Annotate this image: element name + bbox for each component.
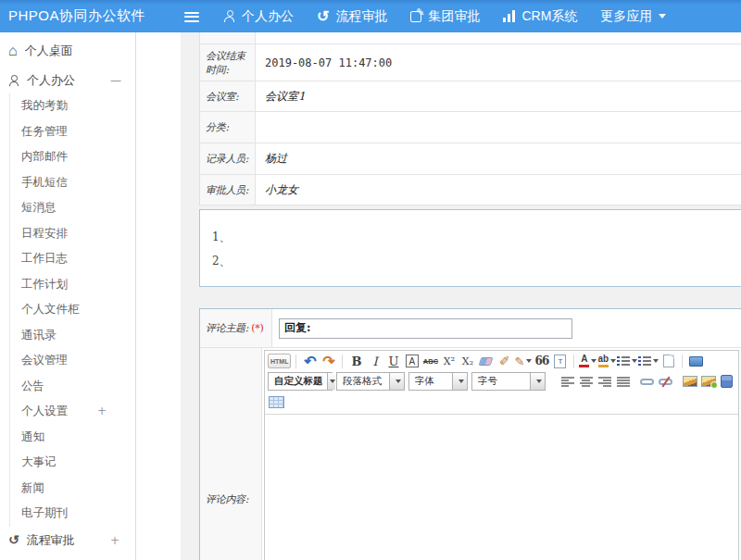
- sidebar-item-news[interactable]: 新闻: [0, 476, 135, 502]
- sidebar-item-personal-files[interactable]: 个人文件柜: [0, 297, 135, 323]
- align-left-icon: [561, 377, 574, 387]
- unordered-list-button[interactable]: [638, 352, 659, 370]
- bold-button[interactable]: B: [347, 352, 365, 370]
- expand-toggle[interactable]: +: [97, 399, 107, 425]
- eraser-icon[interactable]: [477, 352, 495, 370]
- unordered-list-icon: [638, 355, 651, 367]
- sidebar-item-contacts[interactable]: 通讯录: [0, 323, 135, 349]
- row-label: 会议结束时间:: [200, 44, 256, 81]
- sidebar-item-announcement[interactable]: 公告: [0, 374, 135, 400]
- comment-form: 评论主题: (*) 评论内容: HTML ↶ ↷: [199, 308, 741, 560]
- main-content: 会议结束时间: 2019-08-07 11:47:00 会议室: 会议室1 分类…: [137, 32, 741, 560]
- align-left-button[interactable]: [559, 372, 576, 391]
- collapse-toggle[interactable]: —: [110, 74, 121, 87]
- content-line: 2、: [212, 249, 741, 273]
- chevron-down-icon: [536, 380, 542, 383]
- sidebar-item-notice[interactable]: 通知: [0, 425, 135, 451]
- fullscreen-icon[interactable]: [687, 352, 705, 370]
- new-document-icon[interactable]: [659, 352, 677, 370]
- app-logo: PHPOA协同办公软件: [0, 7, 145, 25]
- sidebar-item-memorabilia[interactable]: 大事记: [0, 450, 135, 476]
- nav-label: CRM系统: [521, 8, 577, 25]
- superscript-button[interactable]: X²: [440, 352, 458, 370]
- paste-from-word-icon[interactable]: T: [551, 352, 569, 370]
- insert-table-button[interactable]: [268, 392, 285, 411]
- edit-icon: [410, 11, 421, 22]
- nav-personal-office[interactable]: 个人办公: [223, 8, 294, 25]
- sidebar-item-internal-mail[interactable]: 内部邮件: [0, 144, 135, 170]
- align-right-icon: [598, 377, 611, 387]
- upload-image-button[interactable]: [699, 372, 717, 391]
- justify-button[interactable]: [614, 372, 632, 391]
- required-mark: (*): [251, 322, 263, 334]
- format-painter-icon[interactable]: ✎: [514, 352, 532, 370]
- unlink-icon: [659, 379, 672, 385]
- sidebar-item-task-management[interactable]: 任务管理: [0, 119, 135, 145]
- nav-label: 流程审批: [335, 8, 387, 25]
- comment-subject-label-cell: 评论主题: (*): [200, 309, 272, 347]
- row-value: 2019-08-07 11:47:00: [256, 44, 741, 81]
- nav-more-apps[interactable]: 更多应用: [600, 8, 666, 25]
- font-size-select[interactable]: 字号: [471, 372, 546, 391]
- insert-image-button[interactable]: [681, 372, 698, 391]
- font-family-select[interactable]: 字体: [408, 372, 468, 391]
- blockquote-button[interactable]: 66: [533, 352, 550, 370]
- brush-icon[interactable]: ✐: [496, 352, 513, 370]
- sidebar-item-workflow-approval[interactable]: 流程审批 +: [0, 527, 135, 554]
- align-center-icon: [580, 377, 593, 387]
- meeting-info-table: 会议结束时间: 2019-08-07 11:47:00 会议室: 会议室1 分类…: [199, 32, 741, 205]
- toolbar-separator: [573, 355, 574, 368]
- nav-workflow-approval[interactable]: 流程审批: [317, 8, 387, 25]
- row-value: 会议室1: [256, 81, 741, 111]
- editor-content-area[interactable]: [265, 415, 738, 560]
- chevron-down-icon: [653, 359, 659, 363]
- remove-link-button[interactable]: [657, 372, 674, 391]
- sidebar-item-schedule[interactable]: 日程安排: [0, 221, 135, 247]
- sidebar-item-e-journal[interactable]: 电子期刊: [0, 501, 135, 527]
- expand-toggle[interactable]: +: [110, 534, 119, 547]
- highlight-color-button[interactable]: ab: [597, 352, 616, 370]
- image-icon: [683, 376, 697, 387]
- app-header: PHPOA协同办公软件 个人办公 流程审批 集团审批 CRM系统 更多应用: [0, 0, 741, 32]
- sidebar-item-label: 流程审批: [27, 532, 75, 549]
- align-center-button[interactable]: [577, 372, 595, 391]
- font-style-button[interactable]: A: [403, 352, 421, 370]
- paragraph-format-select[interactable]: 段落格式: [336, 372, 405, 391]
- form-wrapper: 会议结束时间: 2019-08-07 11:47:00 会议室: 会议室1 分类…: [181, 32, 741, 560]
- strikethrough-button[interactable]: ABC: [421, 352, 439, 370]
- align-right-button[interactable]: [596, 372, 613, 391]
- row-label: 审批人员:: [200, 175, 256, 205]
- sidebar-item-desktop[interactable]: 个人桌面: [0, 34, 135, 68]
- font-color-button[interactable]: A: [579, 352, 597, 370]
- comment-content-row: 评论内容: HTML ↶ ↷ B I U A: [200, 348, 741, 560]
- toolbar-separator: [682, 355, 683, 368]
- nav-group-approval[interactable]: 集团审批: [410, 8, 480, 25]
- sidebar-item-personal-settings[interactable]: 个人设置+: [0, 399, 135, 425]
- sidebar-item-attendance[interactable]: 我的考勤: [0, 93, 135, 119]
- insert-link-button[interactable]: [638, 372, 656, 391]
- justify-icon: [617, 377, 630, 387]
- underline-button[interactable]: U: [384, 352, 402, 370]
- ordered-list-button[interactable]: [617, 352, 637, 370]
- menu-toggle-icon[interactable]: [184, 9, 200, 24]
- sidebar-item-personal-office[interactable]: 个人办公 —: [0, 68, 135, 93]
- comment-content-label: 评论内容:: [200, 348, 262, 560]
- insert-media-button[interactable]: [718, 372, 735, 391]
- comment-subject-input[interactable]: [279, 318, 572, 339]
- undo-icon[interactable]: ↶: [301, 352, 319, 370]
- table-row-end-time: 会议结束时间: 2019-08-07 11:47:00: [200, 44, 741, 81]
- sidebar-item-meeting-management[interactable]: 会议管理: [0, 348, 135, 374]
- sidebar-item-short-message[interactable]: 短消息: [0, 195, 135, 221]
- top-navigation: 个人办公 流程审批 集团审批 CRM系统 更多应用: [223, 0, 666, 32]
- custom-heading-select[interactable]: 自定义标题: [268, 372, 333, 391]
- redo-icon[interactable]: ↷: [320, 352, 337, 370]
- html-source-button[interactable]: HTML: [268, 354, 291, 368]
- nav-crm-system[interactable]: CRM系统: [503, 8, 577, 25]
- table-row-approver: 审批人员: 小龙女: [200, 175, 741, 205]
- sidebar-item-work-log[interactable]: 工作日志: [0, 246, 135, 272]
- toolbar-separator: [295, 355, 296, 368]
- italic-button[interactable]: I: [366, 352, 383, 370]
- sidebar-item-work-plan[interactable]: 工作计划: [0, 272, 135, 298]
- sidebar-item-sms[interactable]: 手机短信: [0, 170, 135, 196]
- subscript-button[interactable]: X₂: [458, 352, 476, 370]
